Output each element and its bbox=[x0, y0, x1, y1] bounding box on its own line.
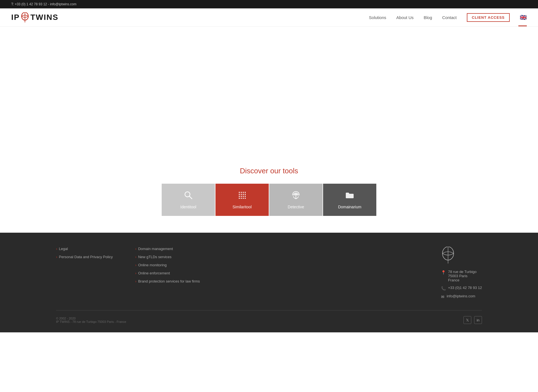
nav-about[interactable]: About Us bbox=[396, 15, 414, 20]
nav-blog[interactable]: Blog bbox=[424, 15, 432, 20]
identitool-icon bbox=[184, 190, 193, 202]
footer-email: ✉ info@iptwins.com bbox=[441, 294, 482, 299]
top-bar: T: +33 (0) 1 42 78 93 12 - info@iptwins.… bbox=[0, 0, 538, 8]
linkedin-link[interactable]: in bbox=[474, 316, 482, 324]
tool-similaritool[interactable]: Similaritool bbox=[215, 184, 269, 216]
main-nav: Solutions About Us Blog Contact CLIENT A… bbox=[369, 13, 527, 22]
hero-area bbox=[0, 27, 538, 155]
footer-col-services: Domain management New gTLDs services Onl… bbox=[135, 247, 200, 299]
nav-contact[interactable]: Contact bbox=[442, 15, 457, 20]
similaritool-label: Similaritool bbox=[233, 205, 252, 209]
footer-main: Legal Personal Data and Privacy Policy D… bbox=[56, 247, 482, 299]
svg-point-19 bbox=[245, 198, 246, 199]
svg-point-4 bbox=[239, 192, 240, 193]
svg-point-9 bbox=[241, 194, 242, 195]
language-flag[interactable]: 🇬🇧 bbox=[520, 14, 527, 21]
detective-icon bbox=[291, 190, 301, 202]
footer-phone: 📞 +33 (0)1 42 78 93 12 bbox=[441, 286, 482, 291]
svg-point-18 bbox=[243, 198, 244, 199]
svg-point-16 bbox=[239, 198, 240, 199]
identitool-label: Identitool bbox=[180, 205, 196, 209]
footer-link-domain-management[interactable]: Domain management bbox=[135, 247, 200, 251]
nav-underline-decoration bbox=[518, 25, 527, 26]
address-icon: 📍 bbox=[441, 270, 446, 275]
similaritool-icon bbox=[237, 190, 247, 202]
footer-link-gtlds[interactable]: New gTLDs services bbox=[135, 255, 200, 259]
svg-point-15 bbox=[245, 196, 246, 197]
domainarium-icon bbox=[345, 190, 354, 202]
tools-grid-wrapper: Identitool Similaritool bbox=[56, 184, 482, 216]
tools-title: Discover our tools bbox=[56, 167, 482, 175]
twitter-link[interactable]: 𝕏 bbox=[463, 316, 471, 324]
logo-text-right: TWINS bbox=[30, 13, 58, 22]
svg-point-10 bbox=[243, 194, 244, 195]
tool-domainarium[interactable]: Domainarium bbox=[323, 184, 376, 216]
email-icon: ✉ bbox=[441, 295, 444, 299]
header: IP TWINS Solutions About Us Blog Contact… bbox=[0, 8, 538, 27]
footer-copyright: © 2002 - 2020 IP TWINS - 78 rue de Turbi… bbox=[56, 317, 126, 323]
svg-point-13 bbox=[241, 196, 242, 197]
tools-section: Discover our tools Identitool bbox=[0, 155, 538, 233]
email-link[interactable]: info@iptwins.com bbox=[447, 294, 475, 298]
footer-social: 𝕏 in bbox=[463, 316, 482, 324]
footer-link-law-firms[interactable]: Brand protection services for law firms bbox=[135, 279, 200, 283]
topbar-contact: T: +33 (0) 1 42 78 93 12 - info@iptwins.… bbox=[11, 2, 76, 6]
footer-link-monitoring[interactable]: Online monitoring bbox=[135, 263, 200, 267]
nav-client-access[interactable]: CLIENT ACCESS bbox=[467, 13, 510, 22]
logo-link[interactable]: IP TWINS bbox=[11, 12, 59, 22]
logo-icon bbox=[21, 12, 29, 22]
footer-address: 📍 78 rue de Turbigo75003 ParisFrance bbox=[441, 270, 482, 282]
footer-logo-icon bbox=[441, 247, 455, 263]
nav-solutions[interactable]: Solutions bbox=[369, 15, 386, 20]
footer-link-enforcement[interactable]: Online enforcement bbox=[135, 271, 200, 275]
logo-text-left: IP bbox=[11, 13, 20, 22]
svg-point-17 bbox=[241, 198, 242, 199]
detective-label: Detective bbox=[288, 205, 304, 209]
address-text: 78 rue de Turbigo75003 ParisFrance bbox=[448, 270, 477, 282]
footer-link-privacy[interactable]: Personal Data and Privacy Policy bbox=[56, 255, 113, 259]
svg-point-14 bbox=[243, 196, 244, 197]
svg-point-12 bbox=[239, 196, 240, 197]
tool-identitool[interactable]: Identitool bbox=[162, 184, 215, 216]
footer-link-legal[interactable]: Legal bbox=[56, 247, 113, 251]
svg-point-7 bbox=[245, 192, 246, 193]
footer-col-legal: Legal Personal Data and Privacy Policy bbox=[56, 247, 113, 299]
phone-icon: 📞 bbox=[441, 286, 446, 291]
svg-point-8 bbox=[239, 194, 240, 195]
footer-contact: 📍 78 rue de Turbigo75003 ParisFrance 📞 +… bbox=[441, 247, 482, 299]
svg-point-11 bbox=[245, 194, 246, 195]
svg-point-6 bbox=[243, 192, 244, 193]
phone-text: +33 (0)1 42 78 93 12 bbox=[448, 286, 482, 290]
tool-detective[interactable]: Detective bbox=[269, 184, 323, 216]
tools-grid: Identitool Similaritool bbox=[162, 184, 376, 216]
svg-point-5 bbox=[241, 192, 242, 193]
footer-bottom: © 2002 - 2020 IP TWINS - 78 rue de Turbi… bbox=[56, 310, 482, 324]
svg-line-3 bbox=[189, 196, 192, 199]
footer: Legal Personal Data and Privacy Policy D… bbox=[0, 233, 538, 332]
domainarium-label: Domainarium bbox=[338, 205, 361, 209]
